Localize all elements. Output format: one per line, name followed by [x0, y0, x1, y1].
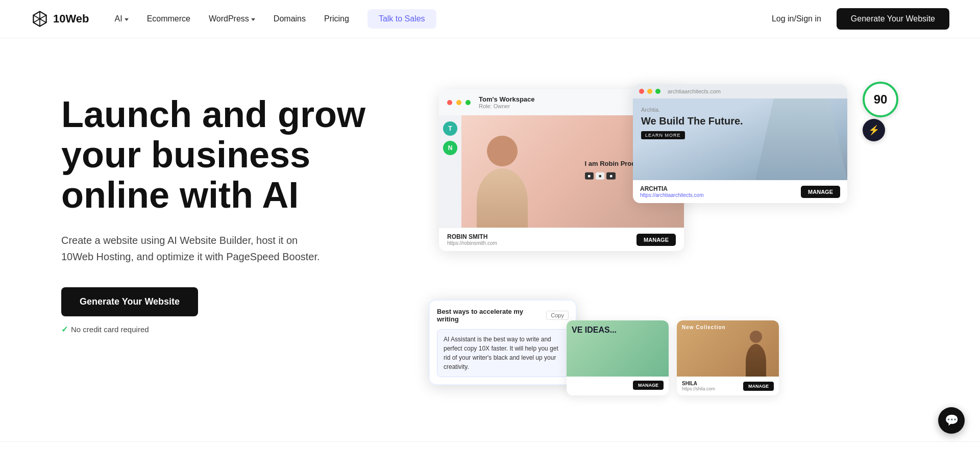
nav-right: Log in/Sign in Generate Your Website: [772, 8, 949, 30]
workspace-info: Tom's Workspace Role: Owner: [479, 95, 535, 109]
user-icon-t: T: [443, 121, 457, 136]
ai-card-header: Best ways to accelerate my writing Copy: [437, 308, 569, 323]
shila-collection-label: New Collection: [682, 325, 726, 330]
chevron-down-icon: [125, 18, 129, 21]
sidebar-icons: T N: [439, 115, 461, 228]
nav-domains[interactable]: Domains: [274, 14, 306, 23]
hero-visuals: 90 ⚡ Tom's Workspace Role: Owner: [439, 79, 949, 426]
archtia-subtitle-label: ARCHTIA: [640, 185, 704, 192]
chat-bubble[interactable]: 💬: [938, 407, 965, 434]
ai-card-title: Best ways to accelerate my writing: [437, 308, 546, 323]
archtia-url-bar: archtiaarchitects.com: [668, 88, 721, 94]
shila-footer: SHILA https://shila.com MANAGE: [677, 377, 779, 395]
no-credit-card-notice: ✓ No credit card required: [61, 325, 408, 334]
ve-ideas-footer: MANAGE: [567, 377, 669, 394]
archtia-brand-label: Archtia.: [641, 107, 743, 113]
dashboard-card-footer: ROBIN SMITH https://robinsmith.com MANAG…: [439, 228, 684, 251]
website-info: ROBIN SMITH https://robinsmith.com: [447, 233, 497, 246]
nav-wordpress[interactable]: WordPress: [209, 14, 255, 23]
hero-content: Launch and grow your business online wit…: [61, 79, 408, 334]
workspace-role: Role: Owner: [479, 103, 535, 109]
shila-card-image: New Collection: [677, 320, 779, 377]
archtia-dot-yellow: [647, 89, 652, 94]
shila-card: New Collection SHILA https://shila.com M…: [677, 320, 779, 395]
ve-ideas-card: VE IDEAS... MANAGE: [567, 320, 669, 395]
nav-ecommerce[interactable]: Ecommerce: [147, 14, 190, 23]
navbar: 10Web AI Ecommerce WordPress Domains Pri…: [0, 0, 980, 38]
archtia-footer: ARCHTIA https://archtiaarchitects.com MA…: [633, 180, 847, 203]
nav-pricing[interactable]: Pricing: [324, 14, 349, 23]
archtia-header-bar: archtiaarchitects.com: [633, 84, 847, 98]
manage-button[interactable]: MANAGE: [636, 234, 676, 246]
check-icon: ✓: [61, 325, 68, 334]
window-dot-yellow: [456, 100, 461, 105]
window-dot-green: [465, 100, 471, 105]
archtia-text-overlay: Archtia. We Build The Future. LEARN MORE: [641, 107, 743, 139]
website-name: ROBIN SMITH: [447, 233, 497, 240]
ve-ideas-manage-button[interactable]: MANAGE: [633, 381, 664, 390]
archtia-card: archtiaarchitects.com Archtia. We Build …: [633, 84, 847, 203]
archtia-site-url: https://archtiaarchitects.com: [640, 192, 704, 198]
bottom-cards: VE IDEAS... MANAGE New Collection: [567, 320, 779, 395]
archtia-banner: Archtia. We Build The Future. LEARN MORE: [633, 98, 847, 180]
website-url: https://robinsmith.com: [447, 240, 497, 246]
lightning-icon: ⚡: [868, 124, 879, 136]
talk-to-sales-button[interactable]: Talk to Sales: [368, 9, 436, 29]
workspace-name: Tom's Workspace: [479, 95, 535, 103]
archtia-dot-green: [655, 89, 660, 94]
user-icon-n: N: [443, 141, 457, 155]
archtia-manage-button[interactable]: MANAGE: [801, 186, 840, 198]
ve-ideas-card-image: VE IDEAS...: [567, 320, 669, 377]
preview-tag-1: ■: [585, 172, 594, 180]
nav-links: AI Ecommerce WordPress Domains Pricing T…: [115, 9, 772, 29]
window-dot-red: [447, 100, 452, 105]
preview-tag-2: ■: [596, 172, 604, 180]
login-button[interactable]: Log in/Sign in: [772, 14, 821, 23]
score-badge: 90: [863, 82, 898, 117]
nav-ai[interactable]: AI: [115, 14, 129, 23]
chevron-down-icon: [251, 18, 255, 21]
stats-bar: 1M+ websites created • WordPress: [0, 441, 980, 449]
ve-ideas-text: VE IDEAS...: [572, 326, 617, 335]
lightning-badge: ⚡: [863, 119, 885, 141]
shila-info: SHILA https://shila.com: [682, 381, 715, 391]
copy-button[interactable]: Copy: [546, 311, 569, 320]
archtia-cta-label: LEARN MORE: [641, 131, 685, 139]
ai-assistant-card: Best ways to accelerate my writing Copy …: [429, 300, 577, 385]
hero-subtitle: Create a website using AI Website Builde…: [61, 232, 327, 265]
shila-url: https://shila.com: [682, 386, 715, 391]
hero-title: Launch and grow your business online wit…: [61, 94, 408, 216]
logo-icon: [31, 10, 49, 28]
generate-website-hero-button[interactable]: Generate Your Website: [61, 287, 198, 316]
preview-tag-3: ■: [606, 172, 615, 180]
chat-icon: 💬: [945, 414, 959, 427]
generate-website-nav-button[interactable]: Generate Your Website: [837, 8, 949, 30]
archtia-info: ARCHTIA https://archtiaarchitects.com: [640, 185, 704, 198]
archtia-title: We Build The Future.: [641, 115, 743, 127]
shila-manage-button[interactable]: MANAGE: [743, 382, 774, 391]
shila-name: SHILA: [682, 381, 715, 386]
ai-card-text: AI Assistant is the best way to write an…: [437, 329, 569, 377]
hero-section: Launch and grow your business online wit…: [0, 38, 980, 446]
archtia-dot-red: [639, 89, 644, 94]
brand-name: 10Web: [53, 12, 89, 26]
logo[interactable]: 10Web: [31, 10, 89, 28]
